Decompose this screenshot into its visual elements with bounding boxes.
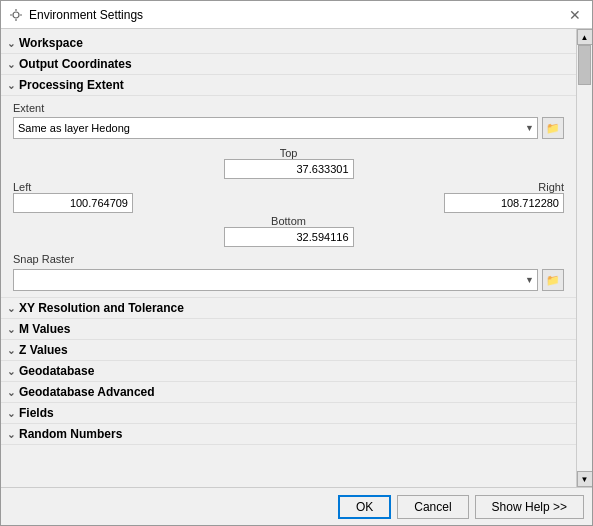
- bottom-label: Bottom: [271, 215, 306, 227]
- output-coordinates-label: Output Coordinates: [19, 57, 132, 71]
- fields-chevron: ⌄: [7, 408, 15, 419]
- m-values-label: M Values: [19, 322, 70, 336]
- scroll-down-arrow[interactable]: ▼: [577, 471, 593, 487]
- xy-resolution-label: XY Resolution and Tolerance: [19, 301, 184, 315]
- svg-point-0: [13, 12, 19, 18]
- z-values-chevron: ⌄: [7, 345, 15, 356]
- snap-raster-label: Snap Raster: [13, 253, 564, 265]
- geodatabase-advanced-chevron: ⌄: [7, 387, 15, 398]
- processing-extent-label: Processing Extent: [19, 78, 124, 92]
- workspace-label: Workspace: [19, 36, 83, 50]
- settings-icon: [9, 8, 23, 22]
- show-help-button[interactable]: Show Help >>: [475, 495, 584, 519]
- scroll-thumb[interactable]: [578, 45, 591, 85]
- section-m-values[interactable]: ⌄ M Values: [1, 319, 576, 340]
- close-button[interactable]: ✕: [566, 6, 584, 24]
- snap-raster-row: ▼ 📁: [13, 269, 564, 291]
- m-values-chevron: ⌄: [7, 324, 15, 335]
- extent-label: Extent: [13, 102, 564, 114]
- snap-raster-folder-button[interactable]: 📁: [542, 269, 564, 291]
- extent-dropdown-row: Same as layer Hedong ▼ 📁: [13, 117, 564, 139]
- top-label: Top: [280, 147, 298, 159]
- snap-raster-select[interactable]: [13, 269, 538, 291]
- processing-extent-content: Extent Same as layer Hedong ▼ 📁: [1, 96, 576, 298]
- ok-button[interactable]: OK: [338, 495, 391, 519]
- scroll-track[interactable]: [577, 45, 592, 471]
- section-workspace[interactable]: ⌄ Workspace: [1, 33, 576, 54]
- coord-top-row: Top: [224, 147, 354, 179]
- extent-dropdown-wrapper: Same as layer Hedong ▼: [13, 117, 538, 139]
- geodatabase-advanced-label: Geodatabase Advanced: [19, 385, 155, 399]
- extent-folder-button[interactable]: 📁: [542, 117, 564, 139]
- section-output-coordinates[interactable]: ⌄ Output Coordinates: [1, 54, 576, 75]
- section-z-values[interactable]: ⌄ Z Values: [1, 340, 576, 361]
- right-label: Right: [538, 181, 564, 193]
- left-input[interactable]: [13, 193, 133, 213]
- coord-bottom-row: Bottom: [224, 215, 354, 247]
- section-random-numbers[interactable]: ⌄ Random Numbers: [1, 424, 576, 445]
- section-geodatabase-advanced[interactable]: ⌄ Geodatabase Advanced: [1, 382, 576, 403]
- coord-left-group: Left: [13, 181, 133, 213]
- snap-folder-icon: 📁: [546, 274, 560, 287]
- left-label: Left: [13, 181, 31, 193]
- right-input[interactable]: [444, 193, 564, 213]
- random-numbers-label: Random Numbers: [19, 427, 122, 441]
- section-geodatabase[interactable]: ⌄ Geodatabase: [1, 361, 576, 382]
- coord-right-group: Right: [444, 181, 564, 213]
- scroll-up-arrow[interactable]: ▲: [577, 29, 593, 45]
- coord-middle-row: Left Right: [13, 181, 564, 213]
- top-input[interactable]: [224, 159, 354, 179]
- geodatabase-chevron: ⌄: [7, 366, 15, 377]
- section-fields[interactable]: ⌄ Fields: [1, 403, 576, 424]
- bottom-input[interactable]: [224, 227, 354, 247]
- title-bar: Environment Settings ✕: [1, 1, 592, 29]
- content-area: ⌄ Workspace ⌄ Output Coordinates ⌄ Proce…: [1, 29, 576, 487]
- coordinates-grid: Top Left Right: [13, 147, 564, 247]
- folder-icon: 📁: [546, 122, 560, 135]
- cancel-button[interactable]: Cancel: [397, 495, 468, 519]
- extent-select[interactable]: Same as layer Hedong: [13, 117, 538, 139]
- dialog-body: ⌄ Workspace ⌄ Output Coordinates ⌄ Proce…: [1, 29, 592, 487]
- output-coordinates-chevron: ⌄: [7, 59, 15, 70]
- processing-extent-chevron: ⌄: [7, 80, 15, 91]
- section-xy-resolution[interactable]: ⌄ XY Resolution and Tolerance: [1, 298, 576, 319]
- title-bar-left: Environment Settings: [9, 8, 143, 22]
- environment-settings-dialog: Environment Settings ✕ ⌄ Workspace ⌄ Out…: [0, 0, 593, 526]
- scrollbar: ▲ ▼: [576, 29, 592, 487]
- snap-dropdown-wrapper: ▼: [13, 269, 538, 291]
- section-processing-extent[interactable]: ⌄ Processing Extent: [1, 75, 576, 96]
- fields-label: Fields: [19, 406, 54, 420]
- geodatabase-label: Geodatabase: [19, 364, 94, 378]
- workspace-chevron: ⌄: [7, 38, 15, 49]
- random-numbers-chevron: ⌄: [7, 429, 15, 440]
- dialog-title: Environment Settings: [29, 8, 143, 22]
- xy-resolution-chevron: ⌄: [7, 303, 15, 314]
- dialog-footer: OK Cancel Show Help >>: [1, 487, 592, 525]
- z-values-label: Z Values: [19, 343, 68, 357]
